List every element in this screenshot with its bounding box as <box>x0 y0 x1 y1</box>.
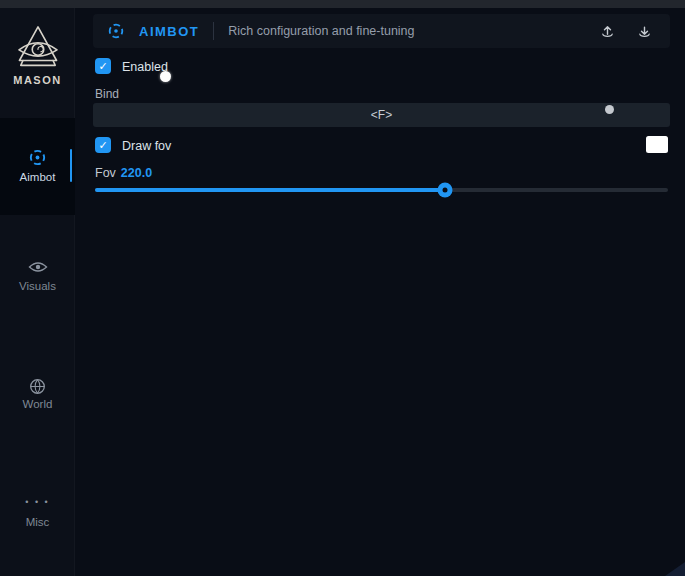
sidebar: MASON Aimbot Visuals <box>0 8 75 576</box>
enabled-checkbox[interactable]: ✓ <box>95 58 111 74</box>
crosshair-icon <box>0 148 75 167</box>
eye-icon <box>0 260 75 274</box>
check-icon: ✓ <box>98 60 107 73</box>
fov-label: Fov <box>95 166 116 180</box>
section-title: AIMBOT <box>139 24 199 39</box>
fov-value-row: Fov220.0 <box>95 166 152 180</box>
sidebar-item-label: Misc <box>0 516 75 528</box>
top-strip <box>0 0 685 8</box>
section-subtitle: Rich configuration and fine-tuning <box>228 24 414 38</box>
sidebar-item-label: Visuals <box>0 280 75 292</box>
bind-label: Bind <box>95 87 119 101</box>
draw-fov-checkbox[interactable]: ✓ <box>95 137 111 153</box>
sidebar-item-aimbot[interactable]: Aimbot <box>0 118 75 215</box>
draw-fov-label: Draw fov <box>122 139 171 153</box>
mason-eye-pyramid-logo <box>0 24 75 74</box>
bind-key-input[interactable]: <F> <box>93 103 670 127</box>
check-icon: ✓ <box>98 139 107 152</box>
export-config-button[interactable] <box>596 20 619 43</box>
ellipsis-icon: • • • <box>0 497 75 507</box>
sidebar-item-label: World <box>0 398 75 410</box>
header-divider <box>213 22 214 40</box>
import-config-button[interactable] <box>633 20 656 43</box>
bind-key-value: <F> <box>371 108 392 122</box>
upload-icon <box>600 24 615 39</box>
cursor-dot <box>160 71 171 82</box>
mason-menu-window: MASON Aimbot Visuals <box>0 0 685 576</box>
sidebar-item-label: Aimbot <box>0 171 75 183</box>
active-tab-indicator <box>70 149 72 182</box>
download-icon <box>637 24 652 39</box>
fov-slider-fill <box>95 188 445 192</box>
corner-artifact <box>665 562 685 576</box>
crosshair-icon <box>107 22 125 40</box>
section-header: AIMBOT Rich configuration and fine-tunin… <box>93 14 670 48</box>
fov-slider[interactable] <box>95 188 668 192</box>
gray-dot <box>605 105 614 114</box>
fov-slider-handle[interactable] <box>437 183 452 198</box>
brand-name: MASON <box>0 74 75 86</box>
fov-color-swatch[interactable] <box>646 136 668 153</box>
globe-icon <box>0 378 75 395</box>
fov-value: 220.0 <box>121 166 152 180</box>
